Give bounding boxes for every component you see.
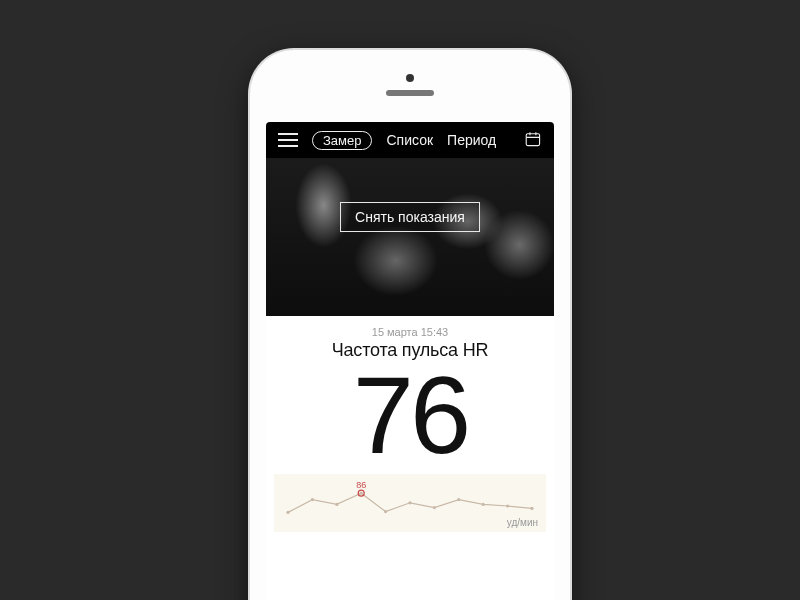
tab-list[interactable]: Список <box>386 132 433 148</box>
reading-card: 15 марта 15:43 Частота пульса HR 76 86 у… <box>266 316 554 600</box>
svg-point-9 <box>408 501 411 504</box>
phone-camera-dot <box>406 74 414 82</box>
svg-point-11 <box>457 498 460 501</box>
hero-panel: Снять показания <box>266 158 554 316</box>
svg-point-14 <box>530 506 533 509</box>
top-nav: Замер Список Период <box>266 122 554 158</box>
svg-point-8 <box>384 510 387 513</box>
app-screen: Замер Список Период Снять показания 15 м… <box>266 122 554 600</box>
phone-mockup: Замер Список Период Снять показания 15 м… <box>250 50 570 600</box>
svg-point-4 <box>286 510 289 513</box>
reading-timestamp: 15 марта 15:43 <box>372 326 448 338</box>
svg-point-12 <box>482 502 485 505</box>
svg-point-6 <box>335 502 338 505</box>
hamburger-icon[interactable] <box>278 133 298 147</box>
phone-speaker <box>386 90 434 96</box>
metric-value: 76 <box>353 363 467 468</box>
svg-point-5 <box>311 498 314 501</box>
take-reading-button[interactable]: Снять показания <box>340 202 480 232</box>
calendar-icon[interactable] <box>524 130 542 150</box>
svg-point-13 <box>506 504 509 507</box>
sparkline-chart: 86 уд/мин <box>274 474 546 532</box>
svg-text:86: 86 <box>356 480 366 490</box>
tab-measure[interactable]: Замер <box>312 131 372 150</box>
svg-rect-0 <box>526 134 539 146</box>
svg-point-10 <box>433 506 436 509</box>
svg-point-7 <box>360 491 363 494</box>
unit-label: уд/мин <box>507 517 538 528</box>
tab-period[interactable]: Период <box>447 132 496 148</box>
